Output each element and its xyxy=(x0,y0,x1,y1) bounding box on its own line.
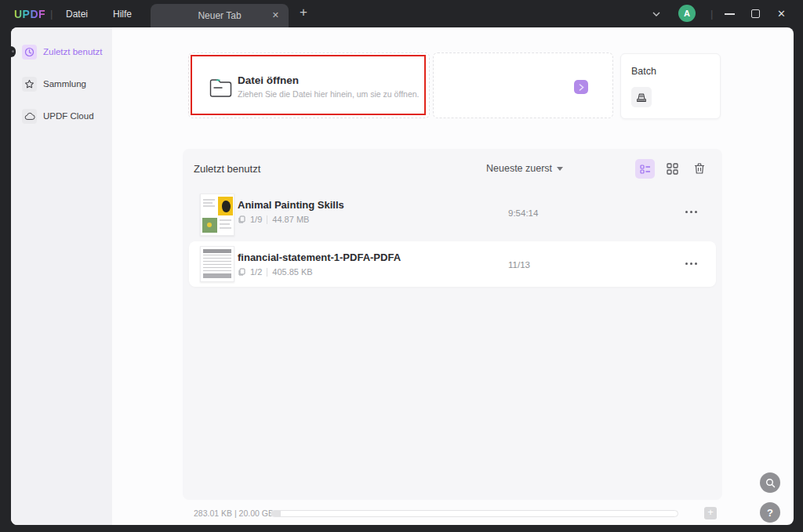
file-time: 11/13 xyxy=(508,260,530,270)
help-button[interactable]: ? xyxy=(760,502,780,523)
titlebar-divider-2: | xyxy=(710,8,713,20)
storage-usage-label: 283.01 KB | 20.00 GB xyxy=(194,508,274,518)
avatar[interactable]: A xyxy=(678,5,696,22)
cloud-icon xyxy=(22,109,37,124)
storage-progress-fill xyxy=(271,511,281,516)
sort-label: Neueste zuerst xyxy=(486,163,552,174)
batch-card[interactable] xyxy=(620,53,721,119)
file-thumbnail xyxy=(200,246,234,282)
open-file-title: Datei öffnen xyxy=(238,74,299,86)
sidebar-item-label: UPDF Cloud xyxy=(43,111,94,121)
recent-files-panel: Zuletzt benutzt Neueste zuerst xyxy=(183,149,722,500)
file-pages: 1/9 xyxy=(250,215,262,224)
sidebar-item-label: Sammlung xyxy=(43,79,86,89)
grid-view-button[interactable] xyxy=(664,161,680,176)
file-size: 405.85 KB xyxy=(272,267,312,277)
trash-icon xyxy=(694,162,705,175)
search-button[interactable] xyxy=(760,472,780,493)
question-mark-icon: ? xyxy=(767,507,773,519)
file-row[interactable]: Animal Painting Skills 1/9 44.87 MB 9:54… xyxy=(183,188,722,237)
menu-datei[interactable]: Datei xyxy=(66,9,88,20)
main-panel: Zuletzt benutzt Sammlung UPDF Cloud Date… xyxy=(11,27,794,525)
close-button[interactable]: ✕ xyxy=(777,8,786,20)
file-row[interactable]: financial-statement-1-PDFA-PDFA 1/2 405.… xyxy=(189,241,716,287)
sidebar-item-recent[interactable]: Zuletzt benutzt xyxy=(17,42,108,62)
batch-title: Batch xyxy=(631,66,656,77)
chevron-down-icon[interactable] xyxy=(652,11,661,17)
grid-view-icon xyxy=(667,163,678,175)
file-size: 44.87 MB xyxy=(272,215,309,224)
banner-next-button[interactable] xyxy=(574,80,588,94)
add-storage-button[interactable]: + xyxy=(704,507,717,519)
pages-icon xyxy=(238,215,245,224)
recent-title: Zuletzt benutzt xyxy=(194,163,260,175)
sidebar-item-collection[interactable]: Sammlung xyxy=(17,74,108,94)
open-file-subtitle: Ziehen Sie die Datei hier hinein, um sie… xyxy=(238,89,420,99)
list-view-button[interactable] xyxy=(635,159,655,179)
search-icon xyxy=(765,478,776,488)
tab-label: Neuer Tab xyxy=(198,10,241,21)
tab-close-icon[interactable]: ✕ xyxy=(272,10,279,20)
meta-divider xyxy=(267,215,267,224)
meta-divider xyxy=(267,268,267,277)
storage-progress-bar xyxy=(271,510,678,517)
updf-logo: UPDF xyxy=(14,8,45,20)
star-icon xyxy=(22,77,37,92)
clock-icon xyxy=(22,45,37,60)
titlebar-divider: | xyxy=(50,8,53,20)
sidebar-notch-dot xyxy=(12,50,14,52)
sidebar-item-label: Zuletzt benutzt xyxy=(43,47,102,56)
pages-icon xyxy=(238,268,245,277)
file-time: 9:54:14 xyxy=(508,208,538,218)
chevron-right-icon xyxy=(579,84,584,91)
sidebar-item-updf-cloud[interactable]: UPDF Cloud xyxy=(17,106,108,126)
file-name: financial-statement-1-PDFA-PDFA xyxy=(238,252,401,263)
file-more-button[interactable] xyxy=(685,262,697,265)
maximize-button[interactable] xyxy=(751,9,760,18)
sort-dropdown[interactable]: Neueste zuerst xyxy=(486,163,563,174)
menu-hilfe[interactable]: Hilfe xyxy=(113,9,132,20)
tab-neuer-tab[interactable]: Neuer Tab ✕ xyxy=(151,4,289,27)
sort-arrow-icon xyxy=(557,167,563,171)
delete-button[interactable] xyxy=(692,161,707,176)
batch-stack-icon xyxy=(635,92,648,103)
file-thumbnail xyxy=(200,194,234,236)
minimize-button[interactable] xyxy=(725,13,735,15)
new-tab-button[interactable]: + xyxy=(300,5,307,20)
file-pages: 1/2 xyxy=(250,267,262,277)
sidebar: Zuletzt benutzt Sammlung UPDF Cloud xyxy=(11,27,112,525)
folder-icon xyxy=(209,78,234,99)
list-view-icon xyxy=(640,165,651,174)
file-name: Animal Painting Skills xyxy=(238,199,344,211)
file-more-button[interactable] xyxy=(685,211,697,213)
batch-icon-box[interactable] xyxy=(631,87,652,107)
